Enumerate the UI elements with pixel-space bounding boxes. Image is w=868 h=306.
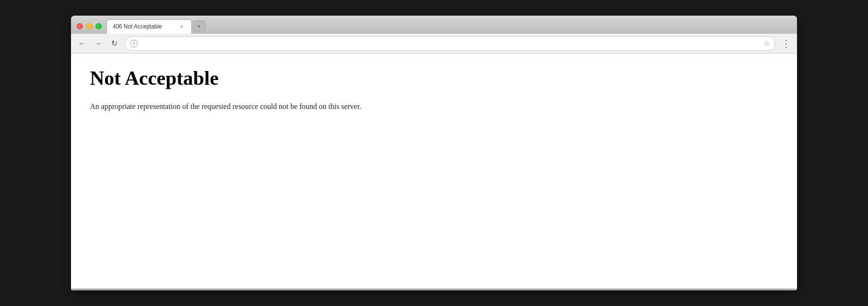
window-controls: [77, 23, 102, 33]
browser-window: 406 Not Acceptable × + ← → ↻ i ☆ ⋮ Not A…: [71, 16, 797, 290]
error-heading: Not Acceptable: [90, 67, 778, 90]
maximize-button[interactable]: [96, 23, 102, 29]
nav-bar: ← → ↻ i ☆ ⋮: [71, 34, 797, 54]
tab-close-button[interactable]: ×: [178, 23, 186, 30]
new-tab-area: +: [192, 20, 206, 33]
active-tab[interactable]: 406 Not Acceptable ×: [106, 19, 192, 34]
tabs-area: 406 Not Acceptable × +: [106, 19, 797, 33]
address-bar-container: i ☆: [125, 36, 775, 51]
minimize-button[interactable]: [86, 23, 92, 29]
forward-button[interactable]: →: [91, 36, 105, 51]
browser-bottom-bar: [71, 288, 797, 290]
new-tab-button[interactable]: +: [193, 20, 206, 32]
close-button[interactable]: [77, 23, 83, 29]
title-bar: 406 Not Acceptable × +: [71, 16, 797, 34]
reload-button[interactable]: ↻: [107, 36, 121, 51]
error-description: An appropriate representation of the req…: [90, 101, 778, 112]
bookmark-star-button[interactable]: ☆: [763, 39, 770, 48]
tab-title: 406 Not Acceptable: [113, 23, 174, 30]
page-content: Not Acceptable An appropriate representa…: [71, 54, 797, 288]
address-input[interactable]: [141, 40, 761, 47]
browser-menu-button[interactable]: ⋮: [779, 36, 793, 51]
back-button[interactable]: ←: [75, 36, 89, 51]
info-icon[interactable]: i: [130, 40, 138, 47]
